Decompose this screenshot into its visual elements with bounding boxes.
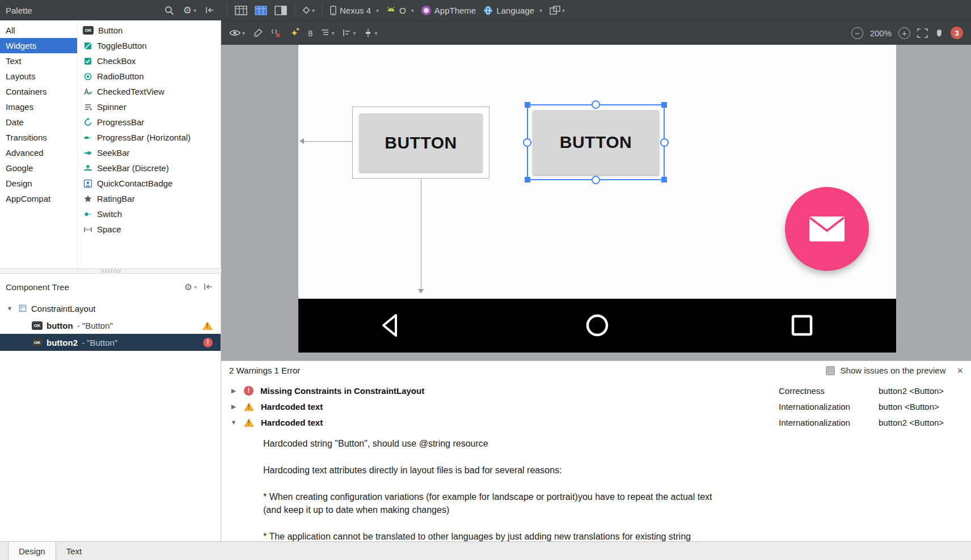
device-selector[interactable]: Nexus 4 ▾ <box>330 6 379 15</box>
api-level-label: O <box>399 6 406 15</box>
infer-constraints-icon[interactable]: ✦✦ <box>289 28 300 39</box>
layout-variant-icon[interactable]: ▾ <box>550 6 565 15</box>
palette-widget-seekbar-discrete[interactable]: SeekBar (Discrete) <box>78 160 221 176</box>
close-icon[interactable]: × <box>957 366 963 376</box>
zoom-out-button[interactable]: − <box>851 27 863 39</box>
zoom-in-button[interactable]: + <box>898 27 910 39</box>
device-canvas[interactable]: BUTTON BUTTON <box>298 45 896 299</box>
hide-panel-icon[interactable] <box>205 6 214 14</box>
guideline-icon[interactable]: ▾ <box>320 28 334 37</box>
resize-handle[interactable] <box>525 177 530 183</box>
palette-category-transitions[interactable]: Transitions <box>0 130 77 145</box>
theme-selector[interactable]: AppTheme <box>421 6 476 15</box>
expand-icon[interactable]: ▶ <box>229 387 238 394</box>
show-issues-checkbox[interactable] <box>826 366 835 375</box>
eraser-tool-icon[interactable]: ▾ <box>302 6 315 14</box>
palette-widget-ratingbar[interactable]: RatingBar <box>78 191 221 206</box>
palette-category-appcompat[interactable]: AppCompat <box>0 191 77 206</box>
quickcontactbadge-widget-icon <box>83 179 92 188</box>
palette-widget-spinner[interactable]: Spinner <box>78 99 221 114</box>
constraint-anchor[interactable] <box>592 100 600 109</box>
palette-category-layouts[interactable]: Layouts <box>0 69 77 84</box>
tab-text[interactable]: Text <box>56 542 92 560</box>
palette-widget-checkedtextview[interactable]: CheckedTextView <box>78 84 221 99</box>
dropdown-icon: ▾ <box>376 7 379 14</box>
palette-category-images[interactable]: Images <box>0 99 77 114</box>
language-label: Language <box>496 6 534 15</box>
palette-category-date[interactable]: Date <box>0 114 77 130</box>
tree-item-button[interactable]: OK button - "Button" <box>0 317 221 334</box>
palette-widget-space[interactable]: Space <box>78 222 221 237</box>
align-icon[interactable]: ▾ <box>342 28 356 37</box>
view-options-eye-icon[interactable]: ▾ <box>229 29 245 37</box>
api-version-selector[interactable]: O ▾ <box>386 6 414 15</box>
tree-expander-icon[interactable]: ▼ <box>6 305 14 312</box>
search-icon[interactable] <box>164 6 174 15</box>
palette-category-text[interactable]: Text <box>0 53 77 69</box>
resize-handle[interactable] <box>661 177 667 183</box>
issue-row-hardcoded-text-2[interactable]: ▼ Hardcoded text Internationalization bu… <box>221 414 971 430</box>
palette-widget-button[interactable]: OK Button <box>78 23 221 38</box>
tree-item-id: button <box>47 321 73 330</box>
tree-hide-panel-icon[interactable] <box>204 283 213 291</box>
device-label: Nexus 4 <box>340 6 371 15</box>
tree-item-constraintlayout[interactable]: ▼ ConstraintLayout <box>0 300 221 317</box>
issue-count-badge[interactable]: 3 <box>951 27 963 39</box>
issue-component: button2 <Button> <box>879 386 944 396</box>
component-tree-panel: Component Tree ⚙▾ ▼ ConstraintLayout OK … <box>0 274 221 541</box>
palette-category-google[interactable]: Google <box>0 160 77 176</box>
autoconnect-brush-icon[interactable] <box>253 28 263 38</box>
canvas-button2[interactable]: BUTTON <box>533 110 659 175</box>
palette-widget-progressbar[interactable]: ProgressBar <box>78 114 221 130</box>
palette-widget-progressbar-horizontal[interactable]: ProgressBar (Horizontal) <box>78 130 221 145</box>
toolbar-separator <box>294 4 295 16</box>
expand-icon[interactable]: ▶ <box>229 403 238 410</box>
palette-category-all[interactable]: All <box>0 23 77 38</box>
palette-category-design[interactable]: Design <box>0 176 77 191</box>
toolbar-separator <box>322 4 323 16</box>
palette-widget-togglebutton[interactable]: ToggleButton <box>78 38 221 53</box>
resize-handle[interactable] <box>661 102 667 108</box>
tree-gear-icon[interactable]: ⚙▾ <box>184 282 197 292</box>
palette-widget-checkbox[interactable]: CheckBox <box>78 53 221 69</box>
dropdown-icon: ▾ <box>312 7 315 14</box>
collapse-icon[interactable]: ▼ <box>229 419 238 426</box>
language-selector[interactable]: Language ▾ <box>483 6 542 15</box>
tab-design[interactable]: Design <box>8 542 56 560</box>
palette-category-advanced[interactable]: Advanced <box>0 145 77 160</box>
panel-splitter[interactable] <box>0 268 221 274</box>
palette-widget-quickcontactbadge[interactable]: QuickContactBadge <box>78 176 221 191</box>
design-mode-selected-icon[interactable] <box>255 6 267 15</box>
split-view-icon[interactable] <box>275 6 287 15</box>
palette-widget-radiobutton[interactable]: RadioButton <box>78 69 221 84</box>
issue-row-missing-constraints[interactable]: ▶ Missing Constraints in ConstraintLayou… <box>221 383 971 398</box>
palette-header: Palette ⚙▾ <box>0 0 221 20</box>
issues-header: 2 Warnings 1 Error Show issues on the pr… <box>221 361 971 380</box>
widget-label: ProgressBar (Horizontal) <box>97 133 191 142</box>
palette-category-containers[interactable]: Containers <box>0 84 77 99</box>
tree-item-button2[interactable]: OK button2 - "Button" <box>0 334 221 351</box>
issue-detail-paragraph: Hardcoding text attributes directly in l… <box>263 464 971 477</box>
zoom-controls: − 200% + 3 <box>851 27 963 39</box>
constraint-arrow-left <box>301 141 352 142</box>
gear-icon[interactable]: ⚙▾ <box>183 5 196 16</box>
palette-category-widgets[interactable]: Widgets <box>0 38 77 53</box>
warning-icon <box>244 402 254 411</box>
palette-widget-seekbar[interactable]: SeekBar <box>78 145 221 160</box>
default-margin-value[interactable]: 8 <box>308 28 313 38</box>
pan-hand-icon[interactable] <box>935 28 944 38</box>
canvas-button1[interactable]: BUTTON <box>359 113 483 172</box>
canvas-fab[interactable] <box>785 187 869 271</box>
clear-constraints-icon[interactable] <box>271 28 281 37</box>
resize-handle[interactable] <box>525 102 530 108</box>
constraint-anchor[interactable] <box>660 138 669 147</box>
constraint-anchor[interactable] <box>592 176 600 184</box>
constraint-anchor[interactable] <box>523 138 531 147</box>
issue-row-hardcoded-text-1[interactable]: ▶ Hardcoded text Internationalization bu… <box>221 398 971 414</box>
zoom-to-fit-icon[interactable] <box>917 28 928 38</box>
widget-label: ProgressBar <box>97 117 144 127</box>
palette-widget-switch[interactable]: Switch <box>78 206 221 222</box>
pack-icon[interactable]: ▾ <box>364 28 377 37</box>
palette-title: Palette <box>6 6 32 15</box>
design-view-icon[interactable] <box>235 6 247 15</box>
